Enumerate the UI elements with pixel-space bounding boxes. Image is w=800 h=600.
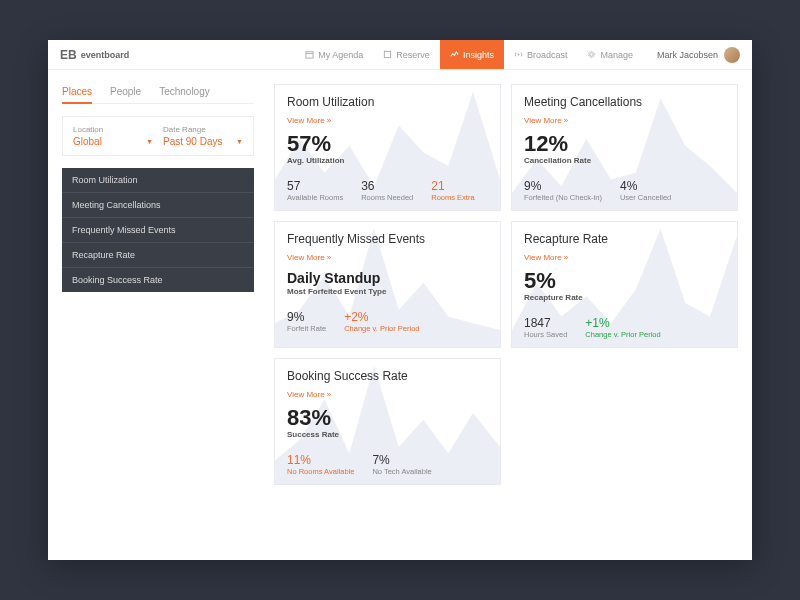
svg-point-4 (590, 53, 594, 57)
body: Places People Technology Location Global… (48, 70, 752, 560)
svg-point-3 (518, 54, 520, 56)
stat-value: 7% (372, 453, 431, 467)
filter-daterange[interactable]: Date Range Past 90 Days▼ (163, 125, 243, 147)
headline-value: 12% (524, 133, 725, 155)
stat-label: Change v. Prior Period (585, 330, 660, 339)
nav-my-agenda[interactable]: My Agenda (295, 40, 373, 69)
card-title: Frequently Missed Events (287, 232, 488, 246)
card-meeting-cancellations: Meeting Cancellations View More » 12% Ca… (511, 84, 738, 211)
card-title: Recapture Rate (524, 232, 725, 246)
nav-insights[interactable]: Insights (440, 40, 504, 69)
headline-value: Daily Standup (287, 270, 488, 286)
nav-label: Reserve (396, 50, 430, 60)
headline-label: Cancellation Rate (524, 156, 725, 165)
nav-label: Broadcast (527, 50, 568, 60)
nav-broadcast[interactable]: Broadcast (504, 40, 578, 69)
card-room-utilization: Room Utilization View More » 57% Avg. Ut… (274, 84, 501, 211)
metric-nav-item[interactable]: Room Utilization (62, 168, 254, 192)
headline-label: Recapture Rate (524, 293, 725, 302)
stat-label: Rooms Needed (361, 193, 413, 202)
filter-value: Global (73, 136, 102, 147)
stat-label: User Cancelled (620, 193, 671, 202)
reserve-icon (383, 50, 392, 59)
filter-label: Date Range (163, 125, 243, 134)
calendar-icon (305, 50, 314, 59)
stat-value: 4% (620, 179, 671, 193)
headline-label: Avg. Utilization (287, 156, 488, 165)
stat-label: Forfeited (No Check-in) (524, 193, 602, 202)
stat-label: Hours Saved (524, 330, 567, 339)
stat-label: No Tech Available (372, 467, 431, 476)
view-more-link[interactable]: View More » (287, 390, 331, 399)
metric-nav: Room Utilization Meeting Cancellations F… (62, 168, 254, 292)
headline-value: 57% (287, 133, 488, 155)
stat-value: +2% (344, 310, 419, 324)
sidebar: Places People Technology Location Global… (48, 70, 268, 560)
brand-text: eventboard (81, 50, 130, 60)
nav-manage[interactable]: Manage (577, 40, 643, 69)
tab-people[interactable]: People (110, 86, 141, 103)
view-more-link[interactable]: View More » (524, 253, 568, 262)
card-title: Room Utilization (287, 95, 488, 109)
tab-technology[interactable]: Technology (159, 86, 210, 103)
stat-label: Forfeit Rate (287, 324, 326, 333)
filter-label: Location (73, 125, 153, 134)
user-name: Mark Jacobsen (657, 50, 718, 60)
card-recapture-rate: Recapture Rate View More » 5% Recapture … (511, 221, 738, 348)
stat-label: Rooms Extra (431, 193, 474, 202)
metric-nav-item[interactable]: Meeting Cancellations (62, 192, 254, 217)
topbar: EB eventboard My Agenda Reserve Insights… (48, 40, 752, 70)
svg-rect-0 (306, 52, 313, 58)
chart-icon (450, 50, 459, 59)
metric-nav-item[interactable]: Recapture Rate (62, 242, 254, 267)
headline-label: Success Rate (287, 430, 488, 439)
headline-value: 83% (287, 407, 488, 429)
cards-grid: Room Utilization View More » 57% Avg. Ut… (274, 84, 738, 485)
stat-value: 9% (524, 179, 602, 193)
view-more-link[interactable]: View More » (524, 116, 568, 125)
stat-value: 1847 (524, 316, 567, 330)
stat-value: 57 (287, 179, 343, 193)
filters: Location Global▼ Date Range Past 90 Days… (62, 116, 254, 156)
view-more-link[interactable]: View More » (287, 116, 331, 125)
chevron-down-icon: ▼ (146, 138, 153, 145)
tab-places[interactable]: Places (62, 86, 92, 104)
stat-value: 21 (431, 179, 474, 193)
user-menu[interactable]: Mark Jacobsen (657, 47, 740, 63)
nav-label: My Agenda (318, 50, 363, 60)
filter-value: Past 90 Days (163, 136, 222, 147)
card-title: Booking Success Rate (287, 369, 488, 383)
card-frequently-missed: Frequently Missed Events View More » Dai… (274, 221, 501, 348)
brand: EB eventboard (60, 48, 129, 62)
card-booking-success: Booking Success Rate View More » 83% Suc… (274, 358, 501, 485)
avatar (724, 47, 740, 63)
stat-value: +1% (585, 316, 660, 330)
nav-reserve[interactable]: Reserve (373, 40, 440, 69)
brand-icon: EB (60, 48, 77, 62)
broadcast-icon (514, 50, 523, 59)
stat-label: Available Rooms (287, 193, 343, 202)
main: Room Utilization View More » 57% Avg. Ut… (268, 70, 752, 560)
top-nav: My Agenda Reserve Insights Broadcast Man… (295, 40, 740, 69)
chevron-down-icon: ▼ (236, 138, 243, 145)
stat-value: 36 (361, 179, 413, 193)
headline-label: Most Forfeited Event Type (287, 287, 488, 296)
stat-value: 9% (287, 310, 326, 324)
filter-location[interactable]: Location Global▼ (73, 125, 153, 147)
nav-label: Manage (600, 50, 633, 60)
headline-value: 5% (524, 270, 725, 292)
stat-label: No Rooms Available (287, 467, 354, 476)
metric-nav-item[interactable]: Frequently Missed Events (62, 217, 254, 242)
app-window: EB eventboard My Agenda Reserve Insights… (48, 40, 752, 560)
stat-value: 11% (287, 453, 354, 467)
nav-label: Insights (463, 50, 494, 60)
gear-icon (587, 50, 596, 59)
card-title: Meeting Cancellations (524, 95, 725, 109)
view-more-link[interactable]: View More » (287, 253, 331, 262)
svg-rect-2 (385, 51, 391, 57)
metric-nav-item[interactable]: Booking Success Rate (62, 267, 254, 292)
stat-label: Change v. Prior Period (344, 324, 419, 333)
side-tabs: Places People Technology (62, 86, 254, 104)
